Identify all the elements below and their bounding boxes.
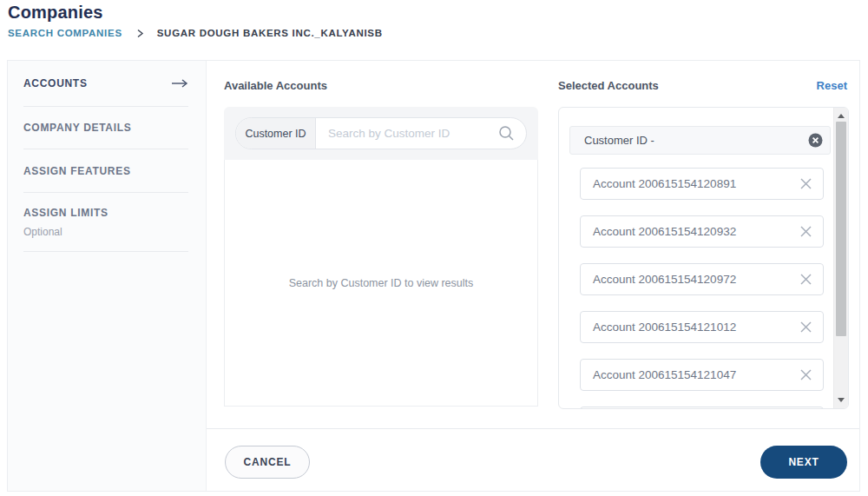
content-card: ACCOUNTS COMPANY DETAILS ASSIGN FEATURES…: [7, 60, 860, 492]
available-search-header: Customer ID: [224, 107, 538, 160]
sidebar-item-assign-features[interactable]: ASSIGN FEATURES: [8, 149, 206, 192]
selected-accounts-title: Selected Accounts: [558, 79, 659, 92]
remove-account-icon[interactable]: [800, 369, 812, 380]
sidebar-item-label: ASSIGN LIMITS: [23, 207, 108, 219]
cancel-button[interactable]: CANCEL: [225, 446, 310, 479]
reset-link[interactable]: Reset: [817, 79, 847, 92]
selected-accounts-panel: Customer ID - Account 200615154120891 Ac…: [558, 107, 849, 409]
breadcrumb-link-search-companies[interactable]: SEARCH COMPANIES: [8, 28, 122, 38]
clear-group-icon[interactable]: [808, 133, 823, 148]
selected-account-row: Account 200615154120932: [580, 215, 824, 248]
account-label: Account 200615154120972: [593, 273, 736, 286]
sidebar-item-accounts[interactable]: ACCOUNTS: [8, 61, 206, 106]
remove-account-icon[interactable]: [800, 226, 812, 237]
sidebar-divider: [23, 251, 188, 252]
search-bar: Customer ID: [235, 117, 527, 149]
scroll-down-icon[interactable]: [834, 393, 848, 407]
accounts-step-panel: Available Accounts Selected Accounts Res…: [207, 61, 859, 491]
search-filter-selector[interactable]: Customer ID: [236, 118, 316, 149]
breadcrumb-current: SUGAR DOUGH BAKERS INC._KALYANISB: [157, 28, 383, 38]
breadcrumb: SEARCH COMPANIES SUGAR DOUGH BAKERS INC.…: [8, 28, 383, 38]
search-input[interactable]: [316, 127, 498, 140]
sidebar-item-sublabel: Optional: [23, 226, 62, 238]
remove-account-icon[interactable]: [800, 321, 812, 333]
sidebar-item-label: COMPANY DETAILS: [23, 122, 132, 134]
empty-results-message: Search by Customer ID to view results: [289, 277, 474, 289]
footer-divider: [207, 428, 859, 429]
account-label: Account 200615154121012: [593, 321, 736, 334]
chevron-right-icon: [135, 29, 144, 38]
search-icon[interactable]: [498, 125, 515, 142]
companies-page: Companies SEARCH COMPANIES SUGAR DOUGH B…: [0, 0, 868, 496]
sidebar-item-label: ASSIGN FEATURES: [23, 165, 131, 177]
available-accounts-title: Available Accounts: [224, 79, 327, 92]
sidebar-item-label: ACCOUNTS: [23, 77, 88, 89]
sidebar-item-company-details[interactable]: COMPANY DETAILS: [8, 107, 206, 149]
page-title: Companies: [8, 3, 103, 23]
scrollbar-thumb[interactable]: [836, 122, 846, 336]
available-accounts-results: Search by Customer ID to view results: [224, 160, 538, 407]
selected-account-row: Account 200615154121012: [580, 311, 824, 343]
selected-account-row: Account 200615154120891: [580, 168, 824, 200]
remove-account-icon[interactable]: [800, 274, 812, 285]
next-button[interactable]: NEXT: [760, 446, 847, 479]
arrow-right-icon: [172, 79, 188, 88]
scrollbar-track[interactable]: [833, 108, 848, 408]
remove-account-icon[interactable]: [800, 178, 812, 189]
selected-group-header: Customer ID -: [569, 126, 831, 155]
selected-account-row: Account 200615154120972: [580, 263, 824, 295]
stepper-sidebar: ACCOUNTS COMPANY DETAILS ASSIGN FEATURES…: [8, 61, 207, 491]
selected-group-label: Customer ID -: [584, 134, 654, 147]
selected-accounts-list: Account 200615154120891 Account 20061515…: [580, 168, 824, 409]
selected-account-row: Account 200615154121047: [580, 359, 824, 391]
sidebar-item-assign-limits[interactable]: ASSIGN LIMITS Optional: [8, 193, 206, 251]
account-label: Account 200615154121047: [593, 368, 736, 381]
selected-account-row-partial: [580, 407, 824, 409]
account-label: Account 200615154120932: [593, 225, 736, 238]
account-label: Account 200615154120891: [593, 177, 736, 190]
